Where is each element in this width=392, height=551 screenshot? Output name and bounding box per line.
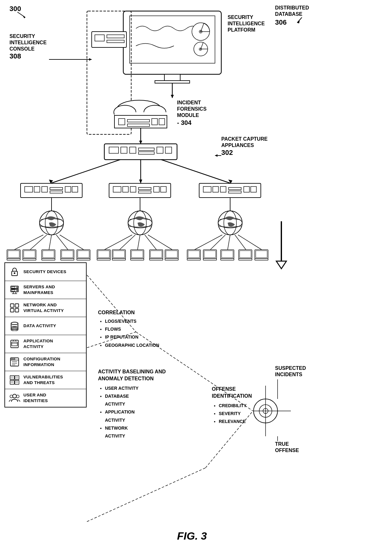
svg-rect-167 [255,259,268,260]
svg-line-120 [228,235,230,250]
security-devices-label: SECURITY DEVICES [23,269,66,275]
svg-text:⊕: ⊕ [199,46,202,52]
svg-line-172 [87,468,205,522]
activity-item-1: USER ACTIVITY [105,384,166,392]
svg-rect-166 [256,251,267,258]
correlation-section: CORRELATION LOGS/EVENTS FLOWS IP REPUTAT… [98,310,159,349]
corr-item-3: IP REPUTATION [105,333,159,341]
svg-point-237 [11,383,12,383]
figure-label: FIG. 3 [177,530,207,542]
svg-text:INCIDENT: INCIDENT [177,100,201,105]
panel-item-servers: SERVERS ANDMAINFRAMES [5,281,86,299]
svg-rect-218 [11,358,13,360]
svg-rect-43 [127,119,150,122]
svg-line-115 [138,235,140,250]
lock-icon [9,266,20,278]
config-icon [9,356,20,368]
svg-marker-52 [139,141,142,144]
svg-text:MODULE: MODULE [177,113,199,118]
svg-text:INTELLIGENCE: INTELLIGENCE [9,40,47,45]
svg-rect-93 [229,191,241,193]
svg-rect-161 [221,259,234,260]
svg-rect-77 [50,191,63,193]
svg-point-230 [12,378,13,378]
svg-line-114 [119,235,135,250]
svg-rect-44 [127,124,150,126]
svg-rect-59 [157,147,163,153]
svg-rect-33 [107,40,124,43]
correlation-title: CORRELATION [98,310,159,315]
svg-line-113 [104,235,132,250]
svg-rect-86 [154,187,159,192]
svg-point-244 [10,395,13,398]
svg-line-112 [60,235,84,250]
svg-rect-202 [10,309,14,312]
offense-item-1: CREDIBILITY [219,402,252,410]
svg-rect-224 [15,376,19,380]
svg-marker-35 [171,95,174,98]
offense-identification-section: OFFENSEIDENTIFICATION CREDIBILITY SEVERI… [212,386,252,425]
svg-rect-55 [121,147,127,153]
svg-line-121 [235,235,246,250]
svg-text:FORENSICS: FORENSICS [177,106,207,112]
offense-item-3: RELEVANCE [219,418,252,425]
panel-item-config: CONFIGURATIONINFORMATION [5,353,86,371]
svg-rect-142 [113,251,125,258]
svg-text:DATABASE: DATABASE [275,11,303,17]
svg-rect-84 [138,187,151,190]
app-icon [9,338,20,350]
svg-rect-90 [213,187,218,192]
offense-title: OFFENSEIDENTIFICATION [212,386,252,400]
svg-rect-134 [61,259,74,260]
svg-line-68 [161,160,231,183]
svg-point-233 [16,378,16,378]
svg-line-110 [49,235,52,250]
vulnerabilities-label: VULNERABILITIESAND THREATS [23,374,63,385]
svg-rect-131 [42,259,55,260]
svg-rect-136 [78,251,89,258]
svg-rect-87 [161,187,166,192]
svg-text:CONSOLE: CONSOLE [9,46,34,52]
svg-line-109 [30,235,47,250]
svg-text:INCIDENTS: INCIDENTS [275,372,303,377]
svg-text:APPLIANCES: APPLIANCES [221,143,254,148]
svg-rect-89 [203,187,211,192]
svg-point-204 [11,322,18,325]
svg-rect-54 [109,147,119,153]
svg-text:OFFENSE: OFFENSE [275,448,299,453]
svg-rect-163 [240,251,251,258]
svg-text:306: 306 [275,18,287,26]
svg-rect-31 [95,35,104,41]
svg-rect-78 [65,187,71,192]
svg-rect-95 [251,187,256,192]
svg-point-228 [12,377,13,377]
config-label: CONFIGURATIONINFORMATION [23,356,60,367]
grid-icon [9,302,20,314]
svg-point-239 [16,381,16,382]
svg-rect-85 [138,191,151,193]
svg-rect-76 [50,187,63,190]
servers-label: SERVERS ANDMAINFRAMES [23,284,55,295]
svg-point-194 [16,290,18,291]
svg-line-66 [51,160,120,183]
application-activity-label: APPLICATIONACTIVITY [23,338,53,349]
svg-rect-127 [24,251,35,258]
activity-item-4: NETWORKACTIVITY [105,424,166,440]
svg-rect-58 [138,152,154,154]
svg-rect-201 [15,304,19,307]
panel-item-vulnerabilities: VULNERABILITIESAND THREATS [5,371,86,389]
svg-marker-65 [215,154,217,157]
svg-line-122 [238,235,262,250]
svg-rect-226 [15,380,19,384]
svg-marker-70 [139,180,142,183]
svg-line-111 [56,235,68,250]
svg-text:PACKET CAPTURE: PACKET CAPTURE [221,136,268,142]
svg-rect-60 [165,147,172,153]
panel-item-network: NETWORK ANDVIRTUAL ACTIVITY [5,299,86,317]
offense-item-2: SEVERITY [219,410,252,418]
svg-rect-148 [150,251,162,258]
users-icon [9,392,20,404]
svg-rect-158 [203,259,217,260]
svg-rect-82 [123,187,128,192]
svg-rect-164 [239,259,252,260]
